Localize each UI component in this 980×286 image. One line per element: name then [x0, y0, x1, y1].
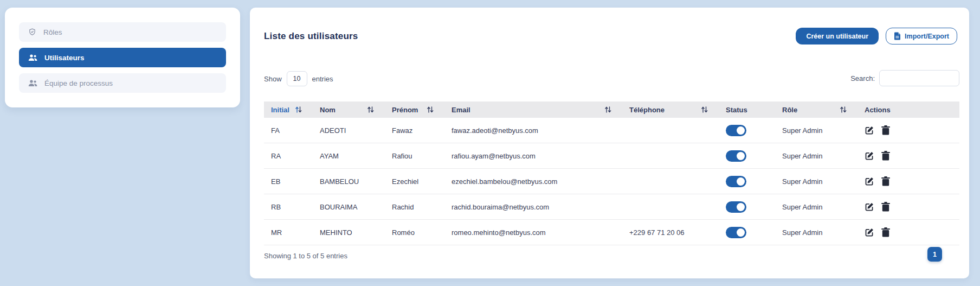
- cell-initial: RB: [264, 194, 313, 220]
- delete-icon[interactable]: [881, 227, 890, 237]
- edit-icon[interactable]: [865, 202, 874, 212]
- cell-nom: AYAM: [313, 143, 385, 169]
- cell-status: [719, 194, 775, 220]
- import-export-label: Import/Export: [905, 33, 949, 40]
- column-header-role[interactable]: Rôle: [775, 101, 858, 118]
- delete-icon[interactable]: [881, 176, 890, 186]
- status-toggle[interactable]: [726, 150, 746, 162]
- table-row: MR MEHINTO Roméo romeo.mehinto@netbyus.c…: [264, 220, 959, 245]
- table-header-row: Initial Nom: [264, 101, 959, 118]
- show-label: Show: [264, 75, 282, 83]
- delete-icon[interactable]: [881, 202, 890, 212]
- column-header-status: Status: [719, 101, 775, 118]
- toggle-knob: [737, 126, 745, 135]
- cell-role: Super Admin: [775, 143, 858, 169]
- sidebar-item-equipe-processus[interactable]: Équipe de processus: [19, 73, 226, 93]
- cell-actions: [858, 143, 959, 169]
- cell-initial: FA: [264, 118, 313, 143]
- toggle-knob: [737, 203, 745, 211]
- cell-telephone: +229 67 71 20 06: [622, 220, 719, 245]
- status-toggle[interactable]: [726, 176, 746, 187]
- cell-initial: MR: [264, 220, 313, 245]
- cell-actions: [858, 194, 959, 220]
- column-header-actions: Actions: [858, 101, 959, 118]
- cell-role: Super Admin: [775, 169, 858, 194]
- cell-prenom: Roméo: [385, 220, 444, 245]
- users-panel: Liste des utilisateurs Créer un utilisat…: [250, 8, 969, 278]
- toggle-knob: [737, 152, 745, 160]
- toggle-knob: [737, 177, 745, 186]
- cell-nom: BOURAIMA: [313, 194, 385, 220]
- sidebar: Rôles Utilisateurs Équipe de processus: [5, 8, 240, 107]
- edit-icon[interactable]: [865, 151, 874, 161]
- column-header-initial[interactable]: Initial: [264, 101, 313, 118]
- search-label: Search:: [850, 74, 875, 82]
- cell-email: fawaz.adeoti@netbyus.com: [444, 118, 622, 143]
- cell-actions: [858, 220, 959, 245]
- delete-icon[interactable]: [881, 125, 890, 135]
- cell-initial: EB: [264, 169, 313, 194]
- cell-email: ezechiel.bambelou@netbyus.com: [444, 169, 622, 194]
- column-header-telephone[interactable]: Téléphone: [622, 101, 719, 118]
- sort-icon: [367, 106, 374, 113]
- edit-icon[interactable]: [865, 227, 874, 237]
- file-icon: [894, 32, 901, 40]
- status-toggle[interactable]: [726, 227, 746, 238]
- column-header-prenom[interactable]: Prénom: [385, 101, 444, 118]
- cell-nom: ADEOTI: [313, 118, 385, 143]
- cell-status: [719, 143, 775, 169]
- search-control: Search:: [850, 70, 959, 86]
- cell-email: rafiou.ayam@netbyus.com: [444, 143, 622, 169]
- cell-status: [719, 169, 775, 194]
- toggle-knob: [737, 228, 745, 237]
- import-export-button[interactable]: Import/Export: [886, 28, 957, 45]
- page-title: Liste des utilisateurs: [264, 31, 358, 42]
- pagination-page-1-button[interactable]: 1: [927, 247, 942, 262]
- table-row: RB BOURAIMA Rachid rachid.bouraima@netby…: [264, 194, 959, 220]
- column-header-nom[interactable]: Nom: [313, 101, 385, 118]
- create-user-button[interactable]: Créer un utilisateur: [796, 28, 879, 45]
- cell-prenom: Rachid: [385, 194, 444, 220]
- status-toggle[interactable]: [726, 201, 746, 213]
- cell-role: Super Admin: [775, 194, 858, 220]
- sidebar-item-label: Équipe de processus: [44, 79, 113, 87]
- page-length-control: Show 10 entries: [264, 71, 333, 86]
- entries-label: entries: [312, 75, 333, 83]
- cell-role: Super Admin: [775, 118, 858, 143]
- cell-initial: RA: [264, 143, 313, 169]
- delete-icon[interactable]: [881, 151, 890, 161]
- sidebar-item-label: Rôles: [43, 28, 62, 36]
- table-info: Showing 1 to 5 of 5 entries: [264, 252, 347, 260]
- edit-icon[interactable]: [865, 125, 874, 135]
- cell-prenom: Ezechiel: [385, 169, 444, 194]
- sort-icon: [840, 106, 847, 113]
- sidebar-item-label: Utilisateurs: [44, 54, 85, 62]
- status-toggle[interactable]: [726, 125, 746, 136]
- cell-telephone: [622, 143, 719, 169]
- sort-icon: [427, 106, 434, 113]
- sidebar-item-utilisateurs[interactable]: Utilisateurs: [19, 48, 226, 67]
- cell-prenom: Rafiou: [385, 143, 444, 169]
- cell-nom: BAMBELOU: [313, 169, 385, 194]
- cell-telephone: [622, 169, 719, 194]
- page-length-select[interactable]: 10: [287, 71, 307, 86]
- cell-actions: [858, 118, 959, 143]
- cell-telephone: [622, 118, 719, 143]
- cell-email: romeo.mehinto@netbyus.com: [444, 220, 622, 245]
- edit-icon[interactable]: [865, 176, 874, 186]
- table-row: EB BAMBELOU Ezechiel ezechiel.bambelou@n…: [264, 169, 959, 194]
- cell-actions: [858, 169, 959, 194]
- column-header-email[interactable]: Email: [444, 101, 622, 118]
- shield-icon: [28, 28, 36, 36]
- cell-status: [719, 118, 775, 143]
- sort-icon: [701, 106, 708, 113]
- cell-telephone: [622, 194, 719, 220]
- sidebar-item-roles[interactable]: Rôles: [19, 22, 226, 42]
- users-table: Initial Nom: [264, 101, 959, 245]
- search-input[interactable]: [879, 70, 959, 86]
- cell-prenom: Fawaz: [385, 118, 444, 143]
- cell-role: Super Admin: [775, 220, 858, 245]
- sort-icon: [295, 106, 302, 113]
- sort-icon: [604, 106, 611, 113]
- users-icon: [28, 80, 37, 87]
